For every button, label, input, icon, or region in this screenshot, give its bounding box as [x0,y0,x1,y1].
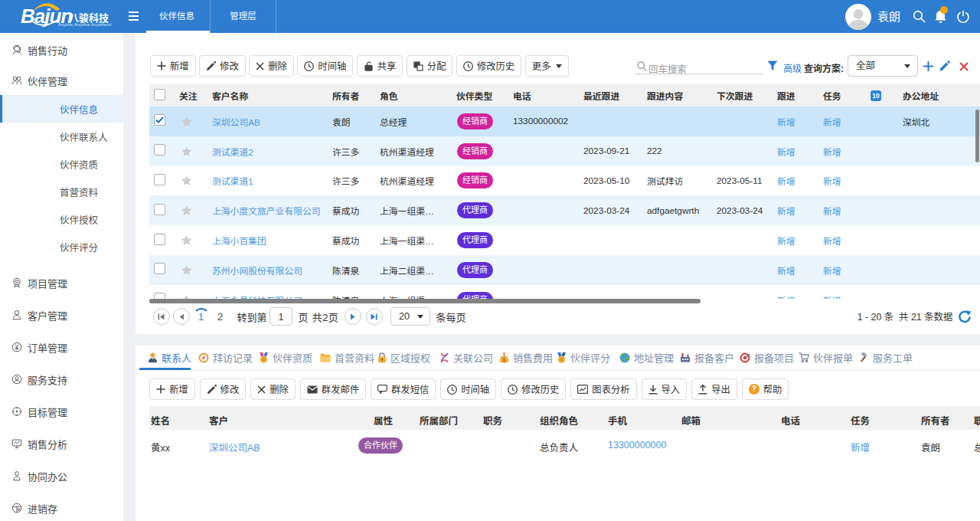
svg-text:$: $ [503,356,506,362]
